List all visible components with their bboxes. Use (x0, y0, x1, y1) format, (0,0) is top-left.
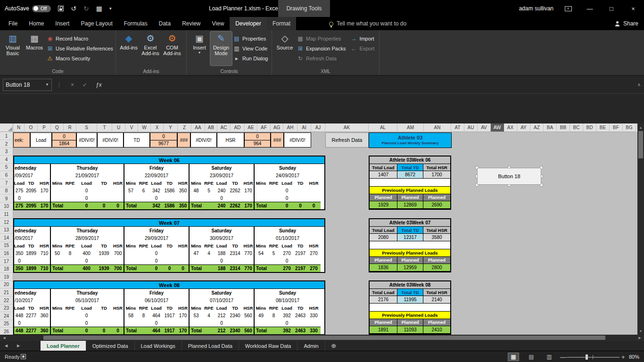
total-cell[interactable]: 0 (294, 202, 307, 209)
cell[interactable]: 2176 (370, 296, 397, 303)
save-icon[interactable] (58, 6, 64, 11)
cell[interactable] (176, 194, 190, 202)
cell[interactable]: HSR (217, 132, 244, 148)
cell[interactable] (51, 257, 64, 264)
cell[interactable] (267, 257, 280, 264)
cell[interactable]: Planned (397, 194, 423, 201)
column-header-BD[interactable]: BD (583, 123, 596, 132)
page-layout-view-icon[interactable]: ▤ (526, 353, 537, 361)
ribbon-button-macro-security[interactable]: ⚠Macro Security (45, 53, 115, 63)
column-header-U[interactable]: U (112, 123, 125, 132)
cell[interactable] (97, 312, 111, 319)
autosave-toggle[interactable]: AutoSave Off (5, 5, 51, 12)
cell[interactable]: 170 (242, 187, 255, 194)
formula-input[interactable] (106, 76, 637, 93)
ribbon-button-properties[interactable]: ▤Properties (232, 33, 269, 43)
row-header-7[interactable]: 7 (0, 179, 13, 187)
total-cell[interactable]: 700 (111, 265, 124, 272)
ribbon-button-com-add-ins[interactable]: ⚙COM Add-ins (161, 32, 183, 66)
cell[interactable] (203, 319, 215, 327)
cell[interactable] (25, 194, 38, 202)
cell[interactable]: Planned (423, 319, 450, 326)
cell[interactable]: 2800 (423, 264, 450, 271)
ribbon-button-visual-basic[interactable]: ▥Visual Basic (2, 32, 24, 66)
cell[interactable]: 53 (190, 312, 203, 319)
column-header-AX[interactable]: AX (504, 123, 517, 132)
column-header-AI[interactable]: AI (297, 123, 311, 132)
total-cell[interactable]: 212 (215, 327, 228, 334)
cell[interactable]: 12869 (397, 201, 423, 208)
cell[interactable] (38, 194, 51, 202)
cell[interactable]: 12317 (397, 234, 423, 241)
cell[interactable]: 188 (215, 249, 228, 257)
ribbon-button-record-macro[interactable]: ◉Record Macro (45, 33, 115, 43)
row-header-2[interactable]: 2 (0, 140, 13, 148)
cell[interactable]: 560 (242, 312, 255, 319)
cell[interactable] (124, 319, 137, 327)
cell[interactable]: 710 (38, 249, 51, 257)
ribbon-tab-developer[interactable]: Developer (230, 17, 267, 30)
cell[interactable]: 49 (255, 312, 267, 319)
row-header-22[interactable]: 22 (0, 296, 13, 304)
cell[interactable]: 0 (280, 319, 294, 327)
cell-pair[interactable]: 09677 (150, 132, 177, 148)
normal-view-icon[interactable]: ▦ (508, 353, 519, 361)
name-box-dropdown-icon[interactable]: ▼ (45, 82, 49, 87)
column-header-BA[interactable]: BA (544, 123, 557, 132)
cell[interactable] (51, 194, 64, 202)
ribbon-tab-formulas[interactable]: Formulas (118, 17, 153, 30)
cell[interactable] (176, 319, 190, 327)
cell[interactable]: 4 (203, 312, 215, 319)
cell[interactable] (176, 249, 190, 257)
cell[interactable]: 350 (176, 187, 190, 194)
share-button[interactable]: Share (615, 17, 638, 30)
total-cell[interactable]: 360 (38, 327, 51, 334)
cell[interactable]: 2277 (25, 312, 38, 319)
cell[interactable]: 0 (14, 194, 25, 202)
cell[interactable] (294, 194, 307, 202)
total-cell[interactable]: 2277 (25, 327, 38, 334)
column-header-AJ[interactable]: AJ (311, 123, 325, 132)
ribbon-button-expansion-packs[interactable]: ⊞Expansion Packs (296, 43, 347, 53)
ribbon-button-run-dialog[interactable]: ▸Run Dialog (232, 53, 269, 63)
cell[interactable] (267, 187, 280, 194)
sheet-tab-load-planner[interactable]: Load Planner (41, 341, 86, 351)
cell[interactable] (111, 319, 124, 327)
cell[interactable]: 270 (307, 249, 321, 257)
ribbon-button-import[interactable]: →Import (349, 33, 376, 43)
cell[interactable]: 342 (150, 187, 163, 194)
row-header-18[interactable]: 18 (0, 265, 13, 273)
column-header-BC[interactable]: BC (570, 123, 583, 132)
cell[interactable] (38, 319, 51, 327)
cell[interactable]: 0 (280, 187, 294, 194)
total-cell[interactable]: 170 (242, 202, 255, 209)
cell[interactable] (25, 319, 38, 327)
ribbon-display-options-button[interactable]: ∧ (557, 0, 579, 17)
cell[interactable]: 57 (124, 187, 137, 194)
user-name[interactable]: adam sullivan (519, 0, 553, 17)
zoom-level[interactable]: 80% (629, 351, 639, 362)
cell[interactable] (242, 257, 255, 264)
column-header-BE[interactable]: BE (596, 123, 610, 132)
total-cell[interactable]: 0 (307, 202, 321, 209)
row-header-20[interactable]: 20 (0, 280, 13, 288)
column-header-AM[interactable]: AM (397, 123, 424, 132)
athlete-summary-header[interactable]: Athlete 03 Planned Load Weekly Summary (369, 132, 452, 148)
cell[interactable]: 4 (203, 249, 215, 257)
cell[interactable]: 2095 (25, 187, 38, 194)
cell[interactable] (64, 312, 76, 319)
cell[interactable] (255, 319, 267, 327)
row-header-5[interactable]: 5 (0, 163, 13, 171)
column-header-Z[interactable]: Z (178, 123, 191, 132)
total-cell[interactable]: 0 (97, 327, 111, 334)
column-header-P[interactable]: P (38, 123, 51, 132)
cell[interactable]: Planned (397, 257, 423, 264)
column-header-BG[interactable]: BG (623, 123, 636, 132)
vertical-scroll-thumb[interactable] (638, 131, 643, 158)
cell[interactable]: 1917 (163, 312, 176, 319)
column-header-AU[interactable]: AU (464, 123, 478, 132)
cell[interactable] (97, 187, 111, 194)
cell[interactable] (255, 187, 267, 194)
cell[interactable]: Load (30, 132, 52, 148)
sheet-tab-optimized-data[interactable]: Optimized Data (86, 341, 135, 351)
